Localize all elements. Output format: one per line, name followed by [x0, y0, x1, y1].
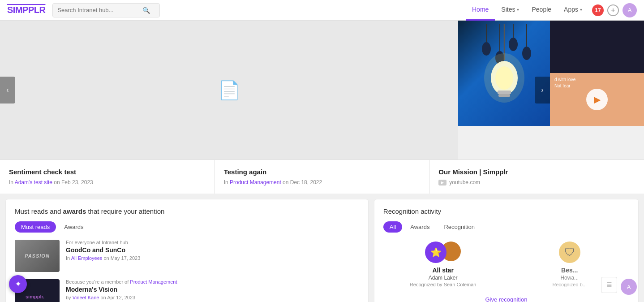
card-meta: In Product Management on Dec 18, 2022	[224, 179, 421, 186]
give-recognition-button[interactable]: Give recognition	[485, 296, 527, 302]
bulb-illustration	[459, 24, 549, 123]
nav-item-apps[interactable]: Apps ▾	[558, 0, 588, 21]
scroll-button[interactable]: ☰	[601, 277, 617, 293]
svg-rect-13	[498, 94, 510, 97]
play-button[interactable]: ▶	[586, 89, 608, 110]
item-link-1[interactable]: All Employees	[71, 255, 103, 261]
recognition-panel-title: Recognition activity	[383, 207, 629, 215]
svg-point-7	[522, 47, 531, 60]
item-meta-1: In All Employees on May 17, 2023	[66, 255, 359, 261]
item-content-2: Because you're a member of Product Manag…	[66, 279, 359, 300]
chevron-down-icon: ▾	[580, 7, 582, 12]
card-link[interactable]: Product Management	[230, 179, 281, 186]
rec-avatars-2: 🛡	[510, 242, 629, 263]
logo[interactable]: SIMPPLR	[7, 5, 45, 15]
rec-person-name-1: Adam Laker	[383, 275, 503, 281]
item-content-1: For everyone at Intranet hub GoodCo and …	[66, 240, 359, 261]
carousel-thumb-bottom[interactable]: d with loveNot fear ▶	[550, 73, 644, 126]
svg-point-6	[509, 38, 518, 51]
must-reads-tabs: Must reads Awards	[15, 221, 359, 233]
youtube-icon: ▶	[438, 180, 447, 186]
tab-recognition-all[interactable]: All	[383, 221, 402, 233]
simpplr-logo-mini: simpplr.	[24, 289, 51, 302]
tab-recognition-recognition[interactable]: Recognition	[438, 221, 481, 233]
item-thumb-1: PASSION	[15, 240, 60, 272]
nav-item-sites[interactable]: Sites ▾	[495, 0, 525, 21]
item-title-1[interactable]: GoodCo and SunCo	[66, 246, 359, 254]
give-recognition-section: Give recognition	[383, 296, 629, 302]
user-avatar[interactable]: A	[623, 3, 637, 17]
carousel-next-button[interactable]: ›	[535, 77, 550, 104]
content-card-mission: Our Mission | Simpplr ▶ youtube.com	[429, 160, 644, 194]
item-meta-2: by Vineet Kane on Apr 12, 2023	[66, 295, 359, 300]
card-title: Testing again	[224, 168, 421, 176]
content-cards-row: Sentiment check test In Adam's test site…	[0, 160, 644, 194]
must-reads-panel: Must reads and awards that require your …	[5, 199, 369, 302]
rec-award-title-2: Bes...	[510, 267, 629, 274]
must-reads-item-1: PASSION For everyone at Intranet hub Goo…	[15, 240, 359, 272]
add-button[interactable]: +	[607, 4, 619, 16]
fab-button[interactable]: ✦	[9, 275, 27, 293]
panel-title: Must reads and awards that require your …	[15, 207, 359, 215]
carousel-bulb-image	[458, 21, 550, 126]
card-title: Sentiment check test	[9, 168, 206, 176]
card-youtube-meta: ▶ youtube.com	[438, 179, 635, 186]
passion-thumb: PASSION	[15, 240, 60, 272]
chevron-down-icon: ▾	[517, 7, 519, 12]
item-link-2[interactable]: Vineet Kane	[73, 295, 99, 300]
card-meta: In Adam's test site on Feb 23, 2023	[9, 179, 206, 186]
search-icon: 🔍	[142, 7, 150, 14]
item-because-link[interactable]: Product Management	[130, 279, 177, 285]
video-overlay-text: d with loveNot fear	[554, 77, 575, 89]
tab-must-reads[interactable]: Must reads	[15, 221, 56, 233]
must-reads-item-2: simpplr. Because you're a member of Prod…	[15, 279, 359, 302]
carousel-section: 📄 ‹	[0, 21, 644, 160]
svg-point-4	[482, 42, 491, 56]
header: SIMPPLR 🔍 Home Sites ▾ People Apps ▾ 17 …	[0, 0, 644, 21]
item-label-1: For everyone at Intranet hub	[66, 240, 359, 245]
search-bar: 🔍	[52, 3, 160, 17]
content-card-testing: Testing again In Product Management on D…	[215, 160, 430, 194]
carousel-prev-button[interactable]: ‹	[0, 77, 15, 104]
rec-recognized-by-1: Recognized by Sean Coleman	[383, 282, 503, 287]
nav-item-people[interactable]: People	[525, 0, 558, 21]
tab-awards[interactable]: Awards	[58, 221, 90, 233]
bottom-user-avatar[interactable]: A	[621, 279, 637, 295]
recognition-tabs: All Awards Recognition	[383, 221, 629, 233]
svg-text:simpplr.: simpplr.	[26, 294, 44, 299]
rec-card-all-star: ⭐ All star Adam Laker Recognized by Sean…	[383, 242, 503, 287]
item-title-2[interactable]: Moderna's Vision	[66, 286, 359, 293]
bottom-section: Must reads and awards that require your …	[0, 194, 644, 302]
recognition-panel: Recognition activity All Awards Recognit…	[374, 199, 639, 302]
header-actions: 17 + A	[592, 3, 637, 17]
carousel-right-column: d with loveNot fear ▶	[550, 21, 644, 160]
item-because-label: Because you're a member of Product Manag…	[66, 279, 359, 285]
rec-award-title-1: All star	[383, 267, 503, 274]
rec-badge-shield: 🛡	[559, 242, 580, 263]
card-link[interactable]: Adam's test site	[15, 179, 52, 186]
nav-item-home[interactable]: Home	[466, 0, 495, 21]
search-input[interactable]	[57, 7, 142, 13]
tab-recognition-awards[interactable]: Awards	[404, 221, 436, 233]
document-icon: 📄	[218, 80, 240, 101]
recognition-cards: ⭐ All star Adam Laker Recognized by Sean…	[383, 242, 629, 287]
content-card-sentiment: Sentiment check test In Adam's test site…	[0, 160, 215, 194]
svg-rect-12	[498, 91, 511, 94]
main-nav: Home Sites ▾ People Apps ▾	[466, 0, 588, 21]
card-title: Our Mission | Simpplr	[438, 168, 635, 176]
carousel-left-panel: 📄 ‹	[0, 21, 458, 160]
rec-avatars-1: ⭐	[383, 242, 503, 263]
notification-badge[interactable]: 17	[592, 4, 604, 16]
carousel-thumb-top[interactable]	[550, 21, 644, 73]
rec-badge-star: ⭐	[425, 242, 447, 263]
